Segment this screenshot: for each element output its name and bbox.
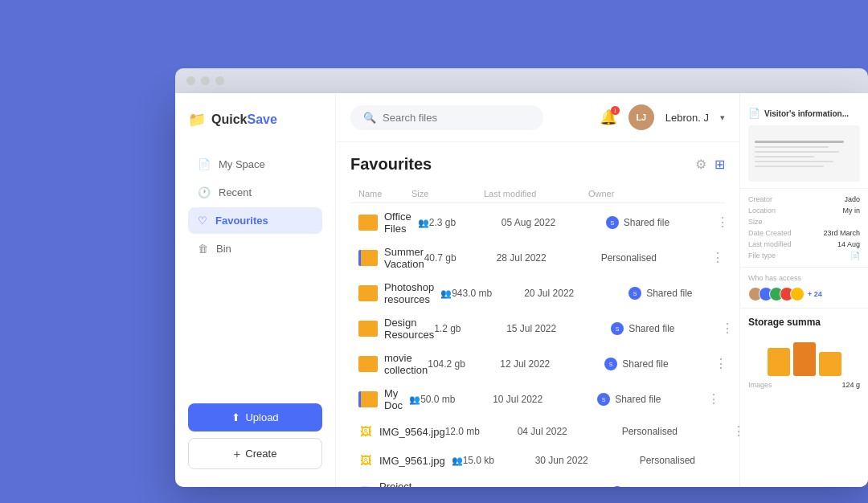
more-button[interactable]: ⋮ [706,251,730,264]
file-owner: SShared file [604,358,709,370]
file-name-cell: Design Resources [358,317,434,341]
file-name-text: My Doc [384,387,403,411]
col-last-modified: Last modified [484,189,588,198]
creator-label: Creator [748,195,772,203]
file-size: 2.3 gb [429,217,502,228]
file-owner: SShared file [628,287,733,300]
panel-doc-title-text: Visitor's information... [764,109,849,118]
table-row[interactable]: 🖼IMG_9561.jpg👥15.0 kb30 Jun 2022Personal… [350,446,725,475]
app-body: 📁 QuickSave 📄 My Space 🕐 Recent ♡ Favou [175,93,868,487]
file-name-text: Summer Vacation [384,246,424,270]
last-modified-val: 14 Aug [837,240,860,248]
folder-icon [358,250,378,266]
table-row[interactable]: Design Resources1.2 gb15 Jul 2022SShared… [350,311,725,346]
file-name-text: Office Files [384,211,411,235]
col-owner: Owner [588,189,693,198]
file-name-text: Design Resources [384,317,434,341]
notification-badge: 1 [611,106,620,115]
grid-view-button[interactable]: ⊞ [714,157,725,172]
file-name-text: movie collection [384,352,428,376]
create-label: Create [245,448,276,460]
col-size: Size [411,189,484,198]
nav-my-space[interactable]: 📄 My Space [188,151,322,178]
upload-icon: ⬆ [231,411,240,423]
file-owner: SShared file [611,322,715,335]
folder-icon [358,321,378,337]
more-button[interactable]: ⋮ [702,393,726,406]
share-icon: 👥 [418,218,429,228]
table-row[interactable]: My Doc👥50.0 mb10 Jul 2022SShared file⋮ [350,382,725,417]
main-content: 🔍 🔔 1 LJ Lebron. J ▾ [336,93,739,487]
file-date: 20 Jul 2022 [524,288,628,299]
image-icon: 🖼 [358,452,373,469]
file-name-cell: 🖼IMG_9564.jpg [358,423,445,440]
date-created-val: 23rd March [823,229,860,237]
file-name-cell: Photoshop resources👥 [358,281,452,305]
nav-recent[interactable]: 🕐 Recent [188,179,322,206]
file-owner: Personalised [640,455,739,466]
sidebar: 📁 QuickSave 📄 My Space 🕐 Recent ♡ Favou [175,93,336,487]
file-date: 10 Jul 2022 [493,394,597,405]
file-name-cell: Office Files👥 [358,211,429,235]
file-date: 28 Jul 2022 [497,252,601,264]
more-button[interactable]: ⋮ [710,216,735,229]
logo-text: QuickSave [211,112,277,127]
table-row[interactable]: movie collection104.2 gb12 Jul 2022SShar… [350,346,725,382]
search-input[interactable] [383,112,530,124]
window-min-btn[interactable] [201,76,210,85]
avatar: LJ [628,104,654,130]
logo-icon: 📁 [188,111,206,129]
nav-bin[interactable]: 🗑 Bin [188,235,322,262]
file-name-cell: movie collection [358,352,428,376]
creator-val: Jado [844,195,860,203]
panel-doc-title: 📄 Visitor's information... [748,108,860,119]
recent-icon: 🕐 [198,186,211,198]
upload-button[interactable]: ⬆ Upload [188,403,322,431]
folder-icon [358,285,378,301]
file-name-cell: 🖼IMG_9561.jpg👥 [358,452,463,469]
last-modified-label: Last modified [748,240,792,248]
file-size: 12.0 mb [445,426,518,437]
more-button[interactable]: ⋮ [715,322,739,335]
file-owner: Personalised [601,252,706,264]
col-name: Name [358,189,411,198]
window-chrome [175,68,868,93]
more-button[interactable]: ⋮ [709,358,733,370]
table-row[interactable]: Summer Vacation40.7 gb28 Jul 2022Persona… [350,240,725,276]
view-controls: ⚙ ⊞ [695,157,725,172]
file-owner: SShared file [597,393,702,406]
right-panel: 📄 Visitor's information... [739,93,868,487]
file-name-text: IMG_9561.jpg [379,455,445,467]
more-button[interactable]: ⋮ [715,486,739,487]
topbar: 🔍 🔔 1 LJ Lebron. J ▾ [336,93,739,142]
nav-my-space-label: My Space [219,158,265,170]
create-plus-icon: + [234,447,241,460]
notification-button[interactable]: 🔔 1 [600,108,617,126]
file-owner: SShared file [611,486,715,487]
file-size: 40.7 gb [424,252,497,264]
nav-recent-label: Recent [219,186,252,198]
table-row[interactable]: 🖼IMG_9564.jpg12.0 mb04 Jul 2022Personali… [350,417,725,446]
folder-icon [358,215,378,231]
table-row[interactable]: Photoshop resources👥943.0 mb20 Jul 2022S… [350,276,725,311]
chevron-down-icon[interactable]: ▾ [720,112,725,123]
table-row[interactable]: 📄Project defense👥400mbPending...SShared … [350,475,725,487]
file-name-text: Project defense [379,481,416,487]
table-header: Name Size Last modified Owner [350,185,725,203]
my-space-icon: 📄 [198,158,211,170]
page-title: Favourites [350,155,432,174]
bin-icon: 🗑 [198,243,208,255]
table-row[interactable]: Office Files👥2.3 gb05 Aug 2022SShared fi… [350,205,725,240]
more-button[interactable]: ⋮ [733,287,739,300]
filter-button[interactable]: ⚙ [695,157,706,172]
panel-meta: Creator Jado Location My in Size Date Cr… [740,189,868,268]
file-date: 05 Aug 2022 [502,217,606,228]
more-button[interactable]: ⋮ [727,425,739,438]
file-type-icon: 📄 [850,251,860,260]
window-max-btn[interactable] [215,76,224,85]
create-button[interactable]: + Create [188,438,322,469]
search-box[interactable]: 🔍 [350,105,543,130]
image-icon: 🖼 [358,423,373,440]
nav-favourites[interactable]: ♡ Favourites [188,207,322,234]
window-close-btn[interactable] [186,76,195,85]
